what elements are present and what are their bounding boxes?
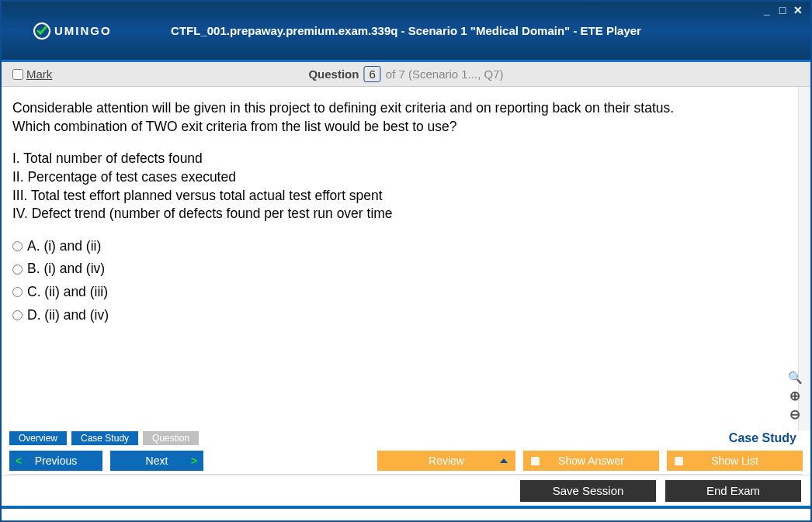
answer-b-label: B. (i) and (iv) (27, 260, 105, 278)
roman-ii: II. Percentage of test cases executed (12, 168, 800, 187)
question-word: Question (308, 67, 359, 81)
answer-b-radio[interactable] (12, 264, 23, 275)
review-label: Review (429, 455, 464, 467)
tab-case-study[interactable]: Case Study (71, 431, 138, 445)
next-label: Next (146, 455, 168, 467)
tabs-row: Overview Case Study Question Case Study (2, 430, 810, 446)
roman-iii: III. Total test effort planned versus to… (12, 187, 800, 206)
next-button[interactable]: Next> (110, 451, 203, 471)
logo: UMINGO (33, 22, 112, 40)
zoom-in-icon[interactable]: ⊕ (787, 389, 803, 404)
bottom-row: Save Session End Exam (2, 475, 810, 506)
case-study-label: Case Study (729, 431, 803, 445)
previous-label: Previous (35, 455, 77, 467)
answers: A. (i) and (ii) B. (i) and (iv) C. (ii) … (12, 237, 800, 325)
logo-text: UMINGO (54, 24, 112, 37)
tab-overview[interactable]: Overview (9, 431, 67, 445)
question-suffix: of 7 (Scenario 1..., Q7) (386, 67, 504, 81)
mark-label[interactable]: Mark (26, 67, 52, 81)
minimize-icon[interactable]: _ (761, 5, 773, 16)
magnify-icon[interactable]: 🔍 (787, 370, 803, 385)
end-exam-button[interactable]: End Exam (665, 480, 801, 502)
answer-c-label: C. (ii) and (iii) (27, 283, 108, 302)
question-number-box[interactable]: 6 (363, 66, 380, 82)
roman-iv: IV. Defect trend (number of defects foun… (12, 205, 800, 223)
answer-c[interactable]: C. (ii) and (iii) (12, 283, 800, 302)
answer-a-radio[interactable] (12, 241, 23, 251)
question-stem: Considerable attention will be given in … (12, 99, 800, 136)
answer-d-label: D. (ii) and (iv) (27, 306, 109, 325)
show-answer-label: Show Answer (558, 455, 624, 467)
titlebar: _ □ ✕ UMINGO CTFL_001.prepaway.premium.e… (2, 2, 810, 62)
question-bar: Mark Question 6 of 7 (Scenario 1..., Q7) (2, 62, 810, 87)
stem-line1: Considerable attention will be given in … (12, 100, 674, 116)
answer-d[interactable]: D. (ii) and (iv) (12, 306, 800, 325)
answer-a[interactable]: A. (i) and (ii) (12, 237, 800, 256)
chevron-right-icon: > (191, 455, 197, 467)
mark-checkbox-wrap[interactable]: Mark (12, 67, 52, 81)
toolbar: <Previous Next> Review Show Answer Show … (2, 446, 810, 474)
show-list-label: Show List (711, 455, 758, 467)
triangle-up-icon (500, 458, 508, 463)
close-icon[interactable]: ✕ (792, 5, 804, 16)
checkbox-icon (531, 457, 540, 465)
mark-checkbox[interactable] (12, 69, 23, 80)
answer-a-label: A. (i) and (ii) (27, 237, 101, 256)
footer-accent (2, 506, 810, 509)
maximize-icon[interactable]: □ (776, 5, 789, 16)
answer-b[interactable]: B. (i) and (iv) (12, 260, 800, 278)
review-button[interactable]: Review (377, 451, 515, 471)
question-content: Considerable attention will be given in … (2, 87, 810, 430)
show-answer-button[interactable]: Show Answer (523, 451, 659, 471)
zoom-controls: 🔍 ⊕ ⊖ (787, 370, 803, 423)
zoom-out-icon[interactable]: ⊖ (787, 407, 803, 423)
answer-c-radio[interactable] (12, 287, 23, 297)
previous-button[interactable]: <Previous (9, 451, 102, 471)
checkbox-icon (675, 457, 683, 465)
answer-d-radio[interactable] (12, 310, 23, 320)
logo-checkmark-icon (33, 22, 51, 40)
tab-question[interactable]: Question (143, 431, 199, 445)
stem-line2: Which combination of TWO exit criteria f… (12, 119, 457, 134)
window-controls: _ □ ✕ (761, 5, 804, 16)
roman-list: I. Total number of defects found II. Per… (12, 150, 800, 223)
save-session-button[interactable]: Save Session (520, 480, 656, 502)
question-number: Question 6 of 7 (Scenario 1..., Q7) (308, 66, 503, 82)
roman-i: I. Total number of defects found (12, 150, 800, 168)
show-list-button[interactable]: Show List (667, 451, 803, 471)
window-title: CTFL_001.prepaway.premium.exam.339q - Sc… (171, 24, 641, 37)
chevron-left-icon: < (16, 455, 22, 467)
